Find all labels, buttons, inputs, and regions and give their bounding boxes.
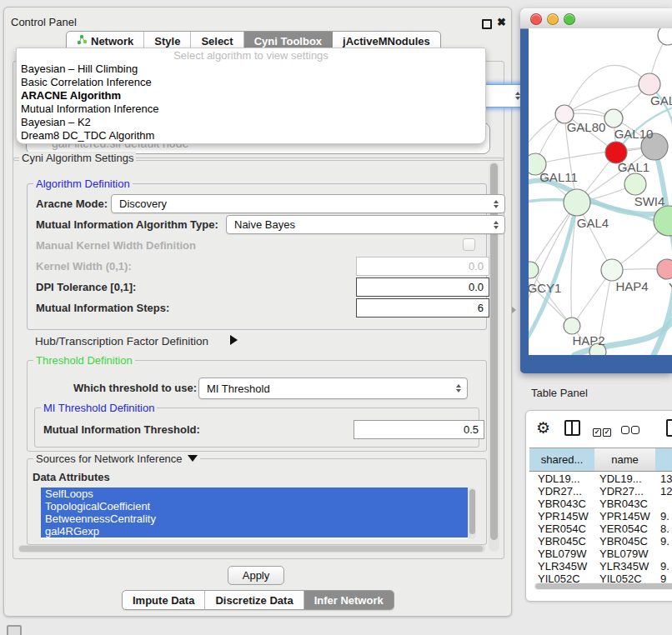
- splitter-handle[interactable]: [512, 307, 516, 313]
- network-node[interactable]: [658, 28, 672, 45]
- collapsed-panel-icon[interactable]: [7, 625, 22, 635]
- table-document-icon[interactable]: [666, 419, 672, 437]
- node-label: SWI4: [634, 194, 665, 208]
- float-window-icon[interactable]: [482, 19, 492, 29]
- network-icon: [77, 34, 87, 48]
- table-row[interactable]: YDR27...YDR27...12: [529, 485, 672, 498]
- attribute-list-scrollbar-thumb[interactable]: [469, 489, 475, 534]
- table-cell: YBL079W: [599, 548, 654, 560]
- algorithm-option[interactable]: Dream8 DC_TDC Algorithm: [17, 129, 485, 142]
- tab-label: Impute Data: [133, 594, 194, 607]
- table-cell: 9.: [660, 560, 672, 572]
- tab-label: Select: [201, 35, 233, 48]
- threshold-definition-title: Threshold Definition: [33, 354, 135, 367]
- node-label: GAL11: [539, 170, 578, 184]
- attribute-item[interactable]: BetweennessCentrality: [41, 512, 468, 525]
- minimize-traffic-light[interactable]: [547, 13, 559, 25]
- node-label: GAL: [650, 93, 672, 108]
- attribute-item[interactable]: TopologicalCoefficient: [41, 500, 468, 512]
- table-row[interactable]: YBR045CYBR045C9.: [529, 535, 672, 548]
- split-panel-icon[interactable]: [564, 420, 580, 436]
- select-all-checkboxes-icon[interactable]: ✓✓: [593, 422, 613, 438]
- table-hscrollbar-track[interactable]: [534, 582, 672, 590]
- table-cell: YLR345W: [599, 560, 654, 572]
- mi-steps-field[interactable]: 6: [356, 298, 489, 318]
- network-window: GALGAL80GAL10GAL1GAL11SWI4GAL4GCY1HAP4YH…: [520, 8, 672, 373]
- zoom-traffic-light[interactable]: [564, 13, 575, 25]
- cyni-bottom-tabbar: Impute DataDiscretize DataInfer Network: [122, 590, 394, 610]
- column-header[interactable]: name: [594, 448, 656, 472]
- network-node[interactable]: [654, 206, 672, 236]
- kernel-width-field[interactable]: 0.0: [356, 257, 489, 276]
- which-threshold-select[interactable]: MI Threshold: [198, 378, 468, 399]
- hub-definition-label: Hub/Transcription Factor Definition: [35, 335, 208, 348]
- algorithm-option[interactable]: Basic Correlation Inference: [17, 76, 485, 89]
- algorithm-option[interactable]: Bayesian – K2: [17, 116, 485, 129]
- settings-hscrollbar-track[interactable]: [18, 545, 485, 552]
- network-node[interactable]: [604, 109, 623, 128]
- manual-kernel-checkbox[interactable]: [463, 238, 475, 251]
- attribute-item[interactable]: SelfLoops: [41, 488, 468, 500]
- table-hscrollbar-thumb[interactable]: [535, 583, 672, 589]
- aracne-mode-select[interactable]: Discovery: [111, 194, 505, 213]
- attribute-list-scrollbar[interactable]: [468, 488, 476, 539]
- table-row[interactable]: YDL19...YDL19...13: [529, 472, 672, 485]
- tab-discretize-data[interactable]: Discretize Data: [205, 591, 303, 609]
- node-label: HAP2: [572, 333, 604, 348]
- algorithm-option[interactable]: Mutual Information Inference: [17, 102, 485, 116]
- table-cell: YDL19...: [538, 472, 596, 485]
- data-attributes-label: Data Attributes: [33, 471, 110, 483]
- network-node[interactable]: [601, 259, 623, 281]
- table-row[interactable]: YBL079WYBL079W: [529, 548, 672, 560]
- table-cell: YER054C: [599, 522, 654, 535]
- apply-button-label: Apply: [243, 569, 270, 582]
- network-node[interactable]: [529, 262, 539, 278]
- collapse-down-icon[interactable]: [188, 455, 198, 462]
- tab-impute-data[interactable]: Impute Data: [123, 591, 205, 609]
- expand-right-icon[interactable]: [230, 335, 238, 345]
- table-row[interactable]: YBR043CYBR043C: [529, 498, 672, 510]
- network-node[interactable]: [624, 173, 646, 195]
- network-node[interactable]: [657, 259, 672, 279]
- table-row[interactable]: YLR345WYLR345W9.: [529, 560, 672, 572]
- table-body: YDL19...YDL19...13YDR27...YDR27...12YBR0…: [529, 472, 672, 582]
- combo-arrows-icon: [494, 200, 499, 208]
- close-icon[interactable]: ✖: [497, 16, 506, 28]
- settings-gear-icon[interactable]: ⚙: [536, 418, 550, 438]
- network-node[interactable]: [564, 318, 580, 334]
- tab-infer-network[interactable]: Infer Network: [304, 591, 394, 609]
- mi-type-select[interactable]: Naive Bayes: [226, 215, 505, 234]
- table-row[interactable]: YER054CYER054C8.: [529, 522, 672, 535]
- sources-group: Sources for Network Inference Data Attri…: [27, 458, 487, 545]
- unselect-all-checkboxes-icon[interactable]: [621, 422, 641, 438]
- network-node[interactable]: [639, 73, 660, 95]
- column-header[interactable]: shared...: [529, 448, 595, 472]
- table-cell: YBR043C: [538, 498, 596, 510]
- tab-label: jActiveMNodules: [343, 35, 430, 48]
- mi-threshold-value: 0.5: [464, 423, 479, 436]
- column-header[interactable]: A: [655, 448, 672, 472]
- data-attributes-list: SelfLoopsTopologicalCoefficientBetweenne…: [41, 488, 468, 539]
- network-node[interactable]: [564, 189, 590, 216]
- dpi-tolerance-field[interactable]: 0.0: [356, 278, 489, 297]
- mi-threshold-group: MI Threshold Definition Mutual Informati…: [34, 408, 479, 448]
- table-header: shared...nameA: [529, 448, 672, 470]
- mi-threshold-field[interactable]: 0.5: [354, 420, 484, 439]
- settings-hscrollbar-thumb[interactable]: [19, 546, 483, 552]
- table-cell: YDR27...: [599, 485, 654, 498]
- table-cell: [660, 498, 672, 510]
- network-window-titlebar[interactable]: [520, 8, 672, 29]
- close-traffic-light[interactable]: [530, 13, 542, 25]
- network-canvas[interactable]: GALGAL80GAL10GAL1GAL11SWI4GAL4GCY1HAP4YH…: [529, 28, 672, 355]
- panel-title: Control Panel: [11, 16, 77, 28]
- table-row[interactable]: YPR145WYPR145W9.: [529, 510, 672, 522]
- control-panel: Control Panel ✖ NetworkStyleSelectCyni T…: [3, 7, 512, 617]
- algorithm-option[interactable]: ARACNE Algorithm: [17, 89, 485, 102]
- table-cell: YER054C: [538, 522, 596, 535]
- algorithm-option[interactable]: Bayesian – Hill Climbing: [17, 62, 485, 76]
- table-cell: YBR045C: [538, 535, 596, 548]
- apply-button[interactable]: Apply: [228, 566, 284, 585]
- attribute-item[interactable]: gal4RGexp: [41, 525, 468, 538]
- table-cell: 13: [660, 472, 672, 485]
- table-cell: YBL079W: [538, 548, 596, 560]
